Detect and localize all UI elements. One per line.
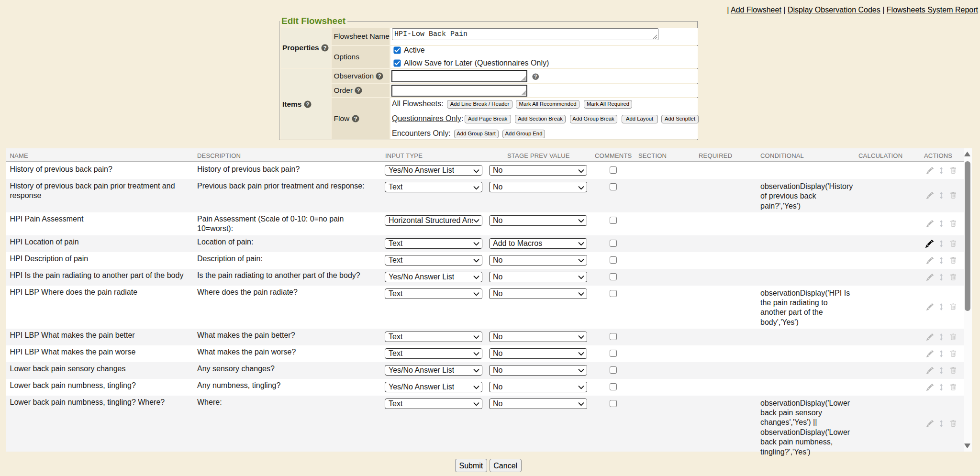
svg-text:?: ? xyxy=(354,116,357,122)
svg-text:?: ? xyxy=(306,101,309,107)
svg-text:?: ? xyxy=(323,45,326,51)
svg-text:?: ? xyxy=(534,74,537,79)
svg-text:?: ? xyxy=(378,73,381,79)
svg-text:?: ? xyxy=(357,88,360,93)
